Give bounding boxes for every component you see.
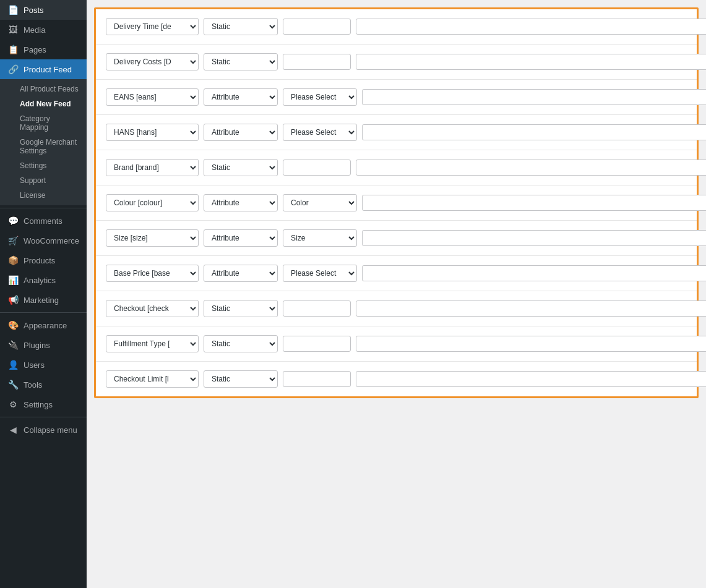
field-label-select[interactable]: Colour [colour] [106, 194, 199, 211]
sidebar-item-label: Plugins [24, 341, 50, 350]
sidebar-item-label: Appearance [24, 321, 67, 330]
sidebar-item-add-new[interactable]: Add New Feed [0, 96, 87, 111]
feed-row: Delivery Time [deStaticAttributeCategory… [96, 9, 697, 45]
sidebar-item-label: Pages [24, 45, 46, 54]
prefix-input[interactable] [362, 195, 706, 211]
sidebar-item-label: Marketing [24, 296, 59, 305]
feed-row: Brand [brand]StaticAttributeCategoryDefa… [96, 150, 697, 185]
prefix-input[interactable] [362, 265, 706, 281]
sidebar-item-woocommerce[interactable]: 🛒 WooCommerce [0, 231, 87, 250]
prefix-input[interactable] [356, 54, 706, 70]
settings-icon: ⚙ [7, 399, 19, 409]
sidebar-item-label: Settings [24, 400, 53, 409]
field-label-select[interactable]: Base Price [base [106, 265, 199, 282]
feed-row: Checkout Limit [lStaticAttributeCategory… [96, 362, 697, 396]
sidebar-item-support[interactable]: Support [0, 173, 87, 188]
field-label-select[interactable]: Brand [brand] [106, 159, 199, 176]
static-value-input[interactable] [283, 54, 351, 70]
sidebar-item-settings2[interactable]: ⚙ Settings [0, 394, 87, 414]
type-select[interactable]: StaticAttributeCategory [204, 194, 278, 211]
prefix-input[interactable] [356, 19, 706, 35]
type-select[interactable]: StaticAttributeCategory [204, 335, 278, 352]
sidebar-item-label: Tools [24, 380, 42, 390]
type-select[interactable]: StaticAttributeCategory [204, 18, 278, 35]
type-select[interactable]: StaticAttributeCategory [204, 124, 278, 141]
static-value-input[interactable] [283, 371, 351, 387]
sidebar-item-analytics[interactable]: 📊 Analytics [0, 270, 87, 290]
field-label-select[interactable]: HANS [hans] [106, 124, 199, 141]
type-select[interactable]: StaticAttributeCategory [204, 88, 278, 106]
type-select[interactable]: StaticAttributeCategory [204, 159, 278, 176]
type-select[interactable]: StaticAttributeCategory [204, 370, 278, 388]
sidebar-item-pages[interactable]: 📋 Pages [0, 40, 87, 59]
sidebar-item-settings[interactable]: Settings [0, 158, 87, 173]
static-value-input[interactable] [283, 336, 351, 352]
divider3 [0, 417, 87, 417]
attribute-select[interactable]: Please SelectColorSize [283, 265, 357, 282]
comments-icon: 💬 [7, 216, 19, 226]
appearance-icon: 🎨 [7, 320, 19, 330]
sidebar-item-google-merchant[interactable]: Google Merchant Settings [0, 135, 87, 158]
field-label-select[interactable]: Fulfillment Type [ [106, 335, 199, 352]
static-value-input[interactable] [283, 300, 351, 317]
sidebar-item-plugins[interactable]: 🔌 Plugins [0, 335, 87, 355]
feed-table: Delivery Time [deStaticAttributeCategory… [94, 7, 699, 398]
field-label-select[interactable]: Delivery Time [de [106, 18, 199, 35]
sidebar-item-products[interactable]: 📦 Products [0, 250, 87, 270]
field-label-select[interactable]: Checkout Limit [l [106, 370, 199, 388]
attribute-select[interactable]: Please SelectColorSize [283, 194, 357, 211]
feed-row: HANS [hans]StaticAttributeCategoryPlease… [96, 115, 697, 150]
product-feed-icon: 🔗 [7, 64, 19, 74]
prefix-input[interactable] [356, 160, 706, 176]
users-icon: 👤 [7, 360, 19, 370]
sidebar-item-product-feed[interactable]: 🔗 Product Feed [0, 59, 87, 79]
field-label-select[interactable]: EANS [eans] [106, 88, 199, 106]
marketing-icon: 📢 [7, 295, 19, 305]
sidebar-item-tools[interactable]: 🔧 Tools [0, 375, 87, 394]
collapse-icon: ◀ [7, 425, 19, 435]
sidebar-item-category-mapping[interactable]: Category Mapping [0, 111, 87, 135]
feed-row: Checkout [checkStaticAttributeCategoryDe… [96, 291, 697, 326]
field-label-select[interactable]: Delivery Costs [D [106, 53, 199, 70]
sidebar-item-appearance[interactable]: 🎨 Appearance [0, 315, 87, 335]
sidebar-item-label: Comments [24, 216, 62, 226]
plugins-icon: 🔌 [7, 340, 19, 350]
sidebar-item-label: Posts [24, 6, 44, 15]
posts-icon: 📄 [7, 5, 19, 15]
sidebar-item-marketing[interactable]: 📢 Marketing [0, 290, 87, 310]
prefix-input[interactable] [356, 336, 706, 352]
static-value-input[interactable] [283, 160, 351, 176]
attribute-select[interactable]: Please SelectColorSize [283, 229, 357, 247]
type-select[interactable]: StaticAttributeCategory [204, 53, 278, 70]
collapse-label: Collapse menu [24, 425, 77, 435]
sidebar-item-license[interactable]: License [0, 188, 87, 203]
prefix-input[interactable] [362, 230, 706, 246]
static-value-input[interactable] [283, 19, 351, 35]
field-label-select[interactable]: Checkout [check [106, 300, 199, 317]
feed-row: Size [size]StaticAttributeCategoryPlease… [96, 221, 697, 256]
pages-icon: 📋 [7, 45, 19, 54]
prefix-input[interactable] [356, 371, 706, 387]
sidebar-item-comments[interactable]: 💬 Comments [0, 211, 87, 231]
type-select[interactable]: StaticAttributeCategory [204, 300, 278, 317]
type-select[interactable]: StaticAttributeCategory [204, 229, 278, 247]
sidebar-item-label: Products [24, 256, 55, 265]
type-select[interactable]: StaticAttributeCategory [204, 265, 278, 282]
prefix-input[interactable] [356, 300, 706, 317]
field-label-select[interactable]: Size [size] [106, 229, 199, 247]
feed-row: Fulfillment Type [StaticAttributeCategor… [96, 326, 697, 362]
sidebar-item-all-feeds[interactable]: All Product Feeds [0, 82, 87, 96]
sidebar-item-label: Product Feed [24, 65, 72, 74]
prefix-input[interactable] [362, 89, 706, 105]
sidebar-item-posts[interactable]: 📄 Posts [0, 0, 87, 20]
prefix-input[interactable] [362, 124, 706, 140]
sidebar-item-label: Analytics [24, 276, 56, 285]
sidebar-collapse-menu[interactable]: ◀ Collapse menu [0, 420, 87, 440]
attribute-select[interactable]: Please SelectColorSize [283, 88, 357, 106]
sidebar-item-media[interactable]: 🖼 Media [0, 20, 87, 40]
tools-icon: 🔧 [7, 380, 19, 390]
sidebar-item-users[interactable]: 👤 Users [0, 355, 87, 375]
woocommerce-icon: 🛒 [7, 236, 19, 245]
analytics-icon: 📊 [7, 275, 19, 285]
attribute-select[interactable]: Please SelectColorSize [283, 124, 357, 141]
